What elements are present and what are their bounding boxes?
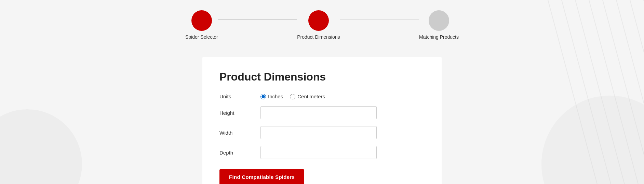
section-title: Product Dimensions bbox=[219, 71, 425, 83]
step-label-product-dimensions: Product Dimensions bbox=[297, 34, 340, 40]
width-input[interactable] bbox=[260, 126, 377, 139]
inches-label: Inches bbox=[268, 94, 283, 99]
find-spiders-button[interactable]: Find Compatiable Spiders bbox=[219, 169, 304, 184]
step-circle-product-dimensions bbox=[308, 10, 329, 31]
step-connector-1 bbox=[218, 20, 297, 20]
centimeters-radio[interactable] bbox=[290, 94, 295, 99]
depth-row: Depth bbox=[219, 146, 425, 159]
height-input[interactable] bbox=[260, 106, 377, 119]
progress-steps: Spider Selector Product Dimensions Match… bbox=[185, 10, 459, 40]
inches-radio-label[interactable]: Inches bbox=[260, 94, 283, 99]
step-matching-products: Matching Products bbox=[419, 10, 459, 40]
height-label: Height bbox=[219, 110, 260, 116]
units-input-group: Inches Centimeters bbox=[260, 94, 325, 99]
step-label-matching-products: Matching Products bbox=[419, 34, 459, 40]
width-row: Width bbox=[219, 126, 425, 139]
units-row: Units Inches Centimeters bbox=[219, 94, 425, 99]
form-section: Product Dimensions Units Inches Centimet… bbox=[202, 57, 442, 184]
step-connector-2 bbox=[340, 20, 419, 20]
centimeters-radio-label[interactable]: Centimeters bbox=[290, 94, 325, 99]
step-circle-matching-products bbox=[429, 10, 449, 31]
step-circle-spider-selector bbox=[191, 10, 212, 31]
step-product-dimensions: Product Dimensions bbox=[297, 10, 340, 40]
step-label-spider-selector: Spider Selector bbox=[185, 34, 218, 40]
units-label: Units bbox=[219, 94, 260, 99]
centimeters-label: Centimeters bbox=[297, 94, 325, 99]
step-spider-selector: Spider Selector bbox=[185, 10, 218, 40]
inches-radio[interactable] bbox=[260, 94, 266, 99]
main-container: Spider Selector Product Dimensions Match… bbox=[0, 0, 644, 184]
height-row: Height bbox=[219, 106, 425, 119]
width-label: Width bbox=[219, 130, 260, 136]
depth-input[interactable] bbox=[260, 146, 377, 159]
depth-label: Depth bbox=[219, 150, 260, 156]
